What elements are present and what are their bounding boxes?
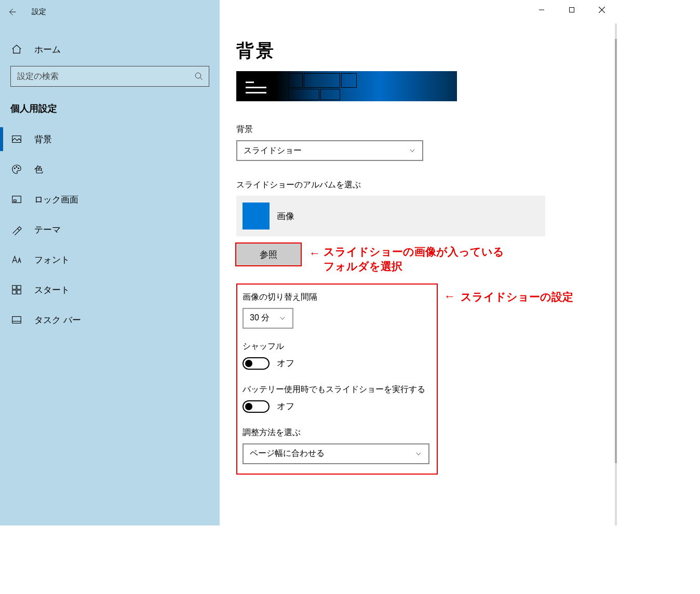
- back-button[interactable]: [0, 0, 23, 23]
- album-name: 画像: [277, 210, 294, 222]
- sidebar-item-start[interactable]: スタート: [0, 275, 220, 305]
- svg-rect-10: [12, 290, 16, 294]
- sidebar-item-lockscreen[interactable]: ロック画面: [0, 184, 220, 214]
- svg-rect-7: [14, 200, 17, 202]
- title-bar: 設定: [0, 0, 617, 23]
- svg-point-5: [18, 168, 19, 169]
- sidebar-item-label: フォント: [34, 254, 70, 266]
- svg-rect-11: [17, 290, 21, 294]
- sidebar-item-label: テーマ: [34, 224, 61, 236]
- fonts-icon: [10, 253, 23, 266]
- lockscreen-icon: [10, 193, 23, 206]
- battery-toggle[interactable]: [243, 400, 270, 413]
- minimize-icon: [539, 7, 545, 13]
- title-bar-right: [220, 0, 617, 23]
- search-wrap: [10, 66, 209, 87]
- svg-point-3: [14, 168, 15, 169]
- background-select-value: スライドショー: [244, 145, 302, 156]
- nav-home-label: ホーム: [34, 44, 61, 56]
- sidebar: ホーム 個人用設定 背景: [0, 23, 220, 525]
- chevron-down-icon: [409, 147, 416, 154]
- start-icon: [10, 284, 23, 296]
- svg-point-1: [195, 73, 201, 78]
- annotation-arrow-icon: ←: [444, 291, 455, 302]
- maximize-icon: [569, 7, 575, 13]
- window-controls: [527, 0, 617, 20]
- search-icon: [194, 72, 204, 81]
- palette-icon: [10, 163, 23, 176]
- battery-label: バッテリー使用時でもスライドショーを実行する: [243, 384, 432, 395]
- slideshow-settings-group: ← スライドショーの設定 画像の切り替え間隔 30 分 シャッフル オフ: [236, 284, 438, 475]
- title-bar-left: 設定: [0, 0, 220, 23]
- annotation-settings: スライドショーの設定: [461, 290, 573, 304]
- album-label: スライドショーのアルバムを選ぶ: [236, 180, 601, 191]
- category-header: 個人用設定: [0, 102, 220, 115]
- scrollbar[interactable]: [615, 23, 617, 525]
- chevron-down-icon: [415, 450, 422, 457]
- interval-value: 30 分: [250, 313, 270, 323]
- scrollbar-thumb[interactable]: [615, 39, 617, 463]
- browse-row: 参照 ← スライドショーの画像が入っている フォルダを選択: [236, 244, 601, 274]
- sidebar-item-label: スタート: [34, 284, 70, 296]
- svg-rect-9: [17, 286, 21, 289]
- svg-rect-8: [12, 286, 16, 289]
- fit-value: ページ幅に合わせる: [250, 448, 325, 459]
- sidebar-item-label: 色: [34, 164, 43, 176]
- home-icon: [10, 43, 23, 56]
- search-input[interactable]: [16, 71, 194, 82]
- background-select[interactable]: スライドショー: [236, 140, 423, 161]
- annotation-browse: スライドショーの画像が入っている フォルダを選択: [324, 245, 504, 274]
- background-select-label: 背景: [236, 124, 601, 135]
- shuffle-toggle[interactable]: [243, 357, 270, 370]
- chevron-down-icon: [279, 315, 286, 322]
- settings-window: 設定 ホーム: [0, 0, 617, 525]
- picture-icon: [10, 133, 23, 145]
- taskbar-icon: [10, 314, 23, 326]
- album-box[interactable]: 画像: [236, 196, 545, 236]
- window-title: 設定: [32, 7, 46, 17]
- interval-label: 画像の切り替え間隔: [243, 292, 432, 303]
- browse-button[interactable]: 参照: [236, 244, 301, 265]
- close-icon: [598, 6, 605, 14]
- sidebar-item-label: ロック画面: [34, 194, 78, 206]
- content: 背景 背景 スライドショー スライドショーのアルバムを選ぶ 画像: [220, 23, 617, 525]
- shuffle-label: シャッフル: [243, 341, 432, 352]
- themes-icon: [10, 223, 23, 236]
- interval-select[interactable]: 30 分: [243, 308, 293, 329]
- sidebar-item-label: タスク バー: [34, 314, 81, 326]
- album-thumbnail: [243, 203, 270, 230]
- background-preview: [236, 71, 457, 101]
- sidebar-item-label: 背景: [34, 133, 52, 145]
- sidebar-item-colors[interactable]: 色: [0, 154, 220, 184]
- svg-point-4: [16, 167, 17, 168]
- search-box[interactable]: [10, 66, 209, 87]
- sidebar-item-taskbar[interactable]: タスク バー: [0, 305, 220, 335]
- fit-label: 調整方法を選ぶ: [243, 427, 432, 438]
- svg-rect-0: [570, 8, 574, 12]
- sidebar-item-background[interactable]: 背景: [0, 124, 220, 154]
- page-heading: 背景: [236, 39, 601, 63]
- close-button[interactable]: [587, 0, 617, 20]
- fit-select[interactable]: ページ幅に合わせる: [243, 443, 429, 464]
- minimize-button[interactable]: [527, 0, 557, 20]
- nav-home[interactable]: ホーム: [0, 37, 220, 62]
- annotation-arrow-icon: ←: [309, 248, 320, 259]
- shuffle-state: オフ: [277, 357, 294, 369]
- sidebar-item-themes[interactable]: テーマ: [0, 214, 220, 245]
- arrow-left-icon: [7, 7, 17, 17]
- sidebar-item-fonts[interactable]: フォント: [0, 245, 220, 275]
- maximize-button[interactable]: [557, 0, 587, 20]
- browse-button-label: 参照: [260, 249, 277, 261]
- annotation-settings-wrap: ← スライドショーの設定: [444, 289, 573, 304]
- battery-state: オフ: [277, 400, 294, 412]
- svg-rect-12: [12, 317, 21, 323]
